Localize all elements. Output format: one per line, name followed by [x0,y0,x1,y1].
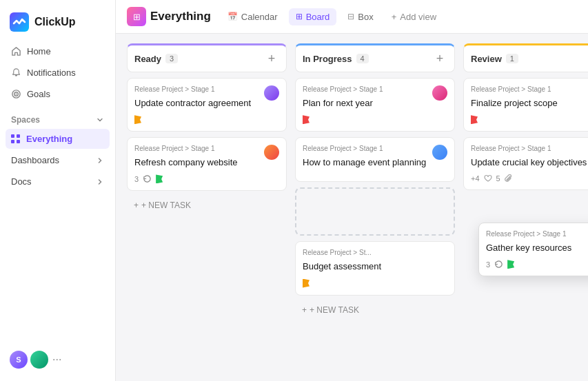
flag-red-finalize [471,115,478,124]
card-breadcrumb-finalize: Release Project > Stage 1 [471,85,588,93]
topbar: ⊞ Everything 📅 Calendar ⊞ Board ⊟ Box + … [116,0,588,34]
flag-yellow [134,115,141,124]
card-title-budget: Budget assessment [303,260,447,273]
card-title-finalize: Finalize project scope [471,97,588,110]
column-inprogress-header: In Progress 4 + [295,43,455,72]
flag-yellow-budget [303,279,310,288]
ready-add-btn[interactable]: + [264,51,279,66]
heart-icon [484,174,492,183]
chevron-right-icon [96,156,104,165]
topbar-title: Everything [150,10,211,23]
tab-board-label: Board [306,12,330,22]
column-ready-header: Ready 3 + [127,43,287,72]
card-footer-gather: 3 [486,260,588,269]
floating-card-gather[interactable]: ✛ Release Project > Stage 1 Gather key r… [478,223,588,276]
topbar-view-icon: ⊞ [127,7,146,26]
inprogress-add-btn[interactable]: + [432,51,447,66]
sidebar-logo[interactable]: ClickUp [0,7,115,41]
spaces-header[interactable]: Spaces [6,111,110,129]
chevron-right-docs-icon [96,178,104,186]
clip-icon [505,174,513,183]
sidebar-item-everything[interactable]: Everything [6,129,110,149]
sidebar-item-dashboards[interactable]: Dashboards [6,150,110,170]
new-task-inprogress[interactable]: + + NEW TASK [295,301,455,319]
review-count: 1 [506,54,518,63]
board: Ready 3 + Release Project > Stage 1 Upda… [116,34,588,381]
logo-text: ClickUp [34,16,76,28]
plus-icon: + [392,12,397,22]
ready-title: Ready [134,54,161,64]
home-icon [11,46,21,56]
main-content: ⊞ Everything 📅 Calendar ⊞ Board ⊟ Box + … [116,0,588,381]
sidebar-footer: S ··· [0,345,115,374]
column-inprogress: In Progress 4 + Release Project > Stage … [295,43,455,319]
sidebar-item-home[interactable]: Home [6,41,110,61]
card-stats: 3 [134,175,139,183]
inprogress-title: In Progress [303,54,352,64]
new-task-ip-label: + NEW TASK [310,305,359,315]
column-review-header: Review 1 + [463,43,588,72]
new-task-ready[interactable]: + + NEW TASK [127,196,287,214]
docs-label: Docs [11,176,32,187]
avatar-update-contractor [264,85,279,101]
card-footer-2: 3 [134,174,279,183]
sidebar-item-home-label: Home [27,46,51,56]
flag-green-2 [156,174,163,183]
board-icon: ⊞ [296,12,303,21]
target-icon [11,89,21,99]
bell-icon [11,68,21,78]
tab-calendar[interactable]: 📅 Calendar [221,8,285,25]
ready-count: 3 [165,54,178,63]
card-update-objectives[interactable]: Release Project > Stage 1 Update crucial… [463,137,588,190]
card-plan-next-year[interactable]: Release Project > Stage 1 Plan for next … [295,78,455,132]
grid-dots-icon [11,134,21,144]
add-view-btn[interactable]: + Add view [385,8,443,25]
card-breadcrumb-manage: Release Project > Stage 1 [303,145,447,152]
avatar-user1[interactable]: S [10,351,28,369]
card-dashed-placeholder [295,187,455,236]
svg-point-3 [16,94,17,95]
tab-box[interactable]: ⊟ Box [341,8,380,25]
card-finalize-scope[interactable]: Release Project > Stage 1 Finalize proje… [463,78,588,132]
sidebar-item-everything-label: Everything [26,134,72,144]
sidebar-item-goals-label: Goals [27,89,50,99]
card-footer-budget [303,279,447,288]
tab-board[interactable]: ⊞ Board [289,8,337,25]
review-title: Review [471,54,502,64]
tab-calendar-label: Calendar [241,12,278,22]
card-breadcrumb-gather: Release Project > Stage 1 [486,230,588,238]
card-title-plan: Plan for next year [303,97,447,110]
sidebar-nav: Home Notifications Goals [0,41,115,104]
card-breadcrumb-plan: Release Project > Stage 1 [303,85,447,93]
box-icon: ⊟ [347,12,354,21]
add-view-label: Add view [400,12,436,22]
sidebar-item-notifications-label: Notifications [27,68,76,78]
column-review: Review 1 + Release Project > Stage 1 Fin… [463,43,588,190]
spaces-label: Spaces [11,115,40,125]
likes-count: +4 [471,174,480,183]
card-breadcrumb-2: Release Project > Stage 1 [134,145,279,152]
card-footer-obj: +4 5 [471,174,588,183]
user-menu-dots[interactable]: ··· [52,353,61,366]
spaces-section: Spaces Everything Dashboards Docs [0,111,115,192]
sidebar-item-goals[interactable]: Goals [6,84,110,104]
dashboards-label: Dashboards [11,155,59,165]
card-refresh-website[interactable]: Release Project > Stage 1 Refresh compan… [127,137,287,191]
card-breadcrumb-budget: Release Project > St... [303,249,447,256]
gather-stats: 3 [486,260,490,269]
card-footer-finalize [471,115,588,124]
card-manage-event[interactable]: Release Project > Stage 1 How to manage … [295,137,455,182]
card-title-obj: Update crucial key objectives [471,156,588,169]
new-task-ready-label: + NEW TASK [141,200,191,210]
card-title: Update contractor agreement [134,97,279,110]
card-update-contractor[interactable]: Release Project > Stage 1 Update contrac… [127,78,287,132]
sidebar-item-notifications[interactable]: Notifications [6,63,110,83]
card-footer-plan [303,115,447,124]
card-breadcrumb-obj: Release Project > Stage 1 [471,145,588,152]
avatar-user2[interactable] [30,351,48,369]
card-title-manage: How to manage event planning [303,156,447,169]
flag-red [303,115,310,124]
sidebar-item-docs[interactable]: Docs [6,172,110,192]
gather-refresh-icon [494,260,503,269]
card-budget[interactable]: Release Project > St... Budget assessmen… [295,241,455,295]
